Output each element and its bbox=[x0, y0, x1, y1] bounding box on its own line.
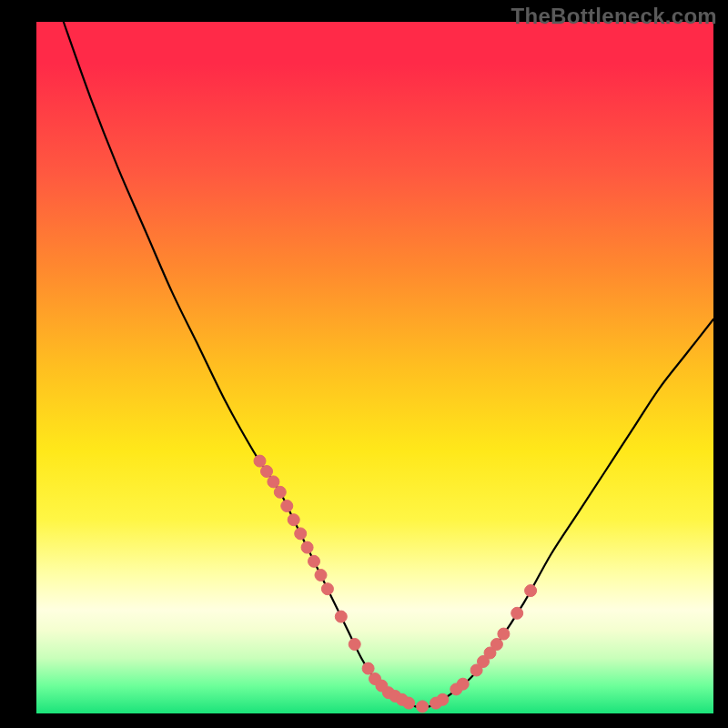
marker-dot bbox=[498, 628, 510, 640]
marker-dot bbox=[288, 514, 299, 526]
marker-dot bbox=[490, 639, 502, 651]
marker-dot bbox=[335, 611, 347, 622]
bottleneck-curve bbox=[64, 22, 713, 707]
marker-dot bbox=[261, 466, 273, 478]
marker-dot bbox=[457, 678, 469, 690]
marker-dot bbox=[295, 528, 307, 540]
marker-dot bbox=[525, 585, 537, 597]
watermark-text: TheBottleneck.com bbox=[511, 4, 717, 29]
marker-dot bbox=[511, 607, 523, 619]
marker-dot bbox=[321, 583, 333, 595]
marker-dot bbox=[349, 639, 360, 651]
marker-dot bbox=[281, 500, 293, 512]
marker-dot bbox=[301, 541, 313, 553]
marker-dot bbox=[308, 555, 320, 567]
marker-dot bbox=[274, 486, 286, 498]
marker-dot bbox=[417, 701, 429, 713]
curve-svg bbox=[36, 22, 713, 713]
chart-container: TheBottleneck.com bbox=[0, 0, 728, 728]
marker-dot bbox=[315, 570, 327, 581]
marker-dot bbox=[254, 455, 266, 467]
marker-dot bbox=[268, 476, 279, 488]
marker-dot bbox=[362, 662, 374, 674]
marker-dot bbox=[437, 693, 449, 705]
plot-area bbox=[36, 22, 713, 713]
marker-dot bbox=[396, 693, 408, 705]
curve-markers bbox=[254, 455, 537, 713]
